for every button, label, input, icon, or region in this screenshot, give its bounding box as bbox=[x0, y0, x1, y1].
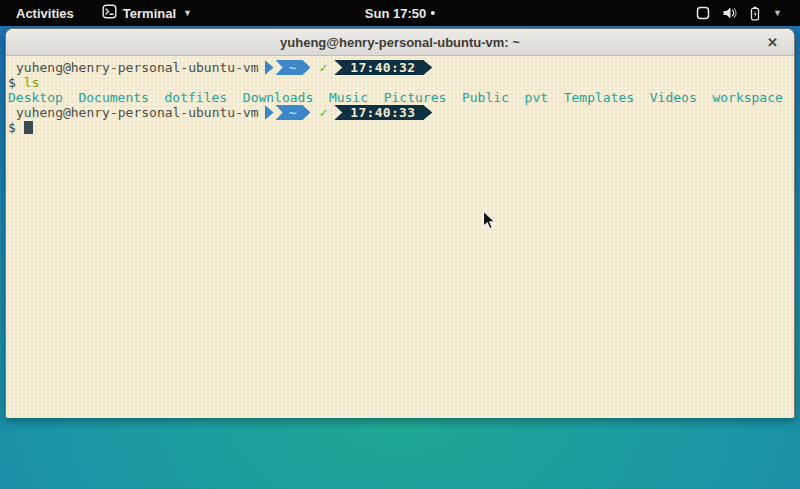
window-title: yuheng@henry-personal-ubuntu-vm: ~ bbox=[280, 35, 520, 50]
check-icon: ✓ bbox=[319, 60, 327, 75]
ls-output: Desktop Documents dotfiles Downloads Mus… bbox=[8, 90, 792, 105]
notification-dot bbox=[431, 11, 435, 15]
clock-label: Sun 17:50 bbox=[365, 6, 426, 21]
close-icon[interactable]: ✕ bbox=[763, 29, 782, 55]
terminal-icon bbox=[102, 4, 117, 22]
prompt-path-segment: ~ bbox=[276, 105, 311, 120]
command-line: $ls bbox=[8, 75, 792, 90]
prompt-user-host: yuheng@henry-personal-ubuntu-vm bbox=[16, 105, 259, 120]
activities-button[interactable]: Activities bbox=[12, 4, 78, 23]
top-bar: Activities Terminal ▼ Sun 17:50 bbox=[0, 0, 800, 26]
powerline-arrow-icon bbox=[265, 105, 274, 120]
desktop: Activities Terminal ▼ Sun 17:50 bbox=[0, 0, 800, 489]
prompt-time-segment: 17:40:32 bbox=[334, 60, 432, 75]
prompt-symbol: $ bbox=[8, 120, 16, 135]
text-cursor bbox=[24, 121, 33, 134]
system-tray[interactable]: ▼ bbox=[696, 0, 782, 26]
prompt-path-segment: ~ bbox=[276, 60, 311, 75]
powerline-arrow-icon bbox=[265, 60, 274, 75]
prompt-time-segment: 17:40:33 bbox=[334, 105, 432, 120]
prompt-user-host: yuheng@henry-personal-ubuntu-vm bbox=[16, 60, 259, 75]
terminal-window: yuheng@henry-personal-ubuntu-vm: ~ ✕ yuh… bbox=[5, 28, 795, 418]
chevron-down-icon: ▼ bbox=[183, 8, 192, 18]
title-bar[interactable]: yuheng@henry-personal-ubuntu-vm: ~ ✕ bbox=[6, 29, 794, 56]
typed-command: ls bbox=[24, 75, 40, 90]
prompt-line: yuheng@henry-personal-ubuntu-vm ~ ✓ 17:4… bbox=[8, 60, 792, 75]
prompt-line: yuheng@henry-personal-ubuntu-vm ~ ✓ 17:4… bbox=[8, 105, 792, 120]
screen-icon bbox=[696, 6, 710, 20]
clock[interactable]: Sun 17:50 bbox=[365, 6, 435, 21]
input-line[interactable]: $ bbox=[8, 120, 792, 135]
check-icon: ✓ bbox=[319, 105, 327, 120]
chevron-down-icon: ▼ bbox=[773, 8, 782, 18]
app-menu[interactable]: Terminal ▼ bbox=[102, 4, 192, 22]
prompt-symbol: $ bbox=[8, 75, 16, 90]
volume-icon bbox=[722, 6, 737, 20]
terminal-content[interactable]: yuheng@henry-personal-ubuntu-vm ~ ✓ 17:4… bbox=[6, 56, 794, 418]
battery-charging-icon bbox=[749, 6, 761, 21]
app-menu-label: Terminal bbox=[123, 6, 176, 21]
